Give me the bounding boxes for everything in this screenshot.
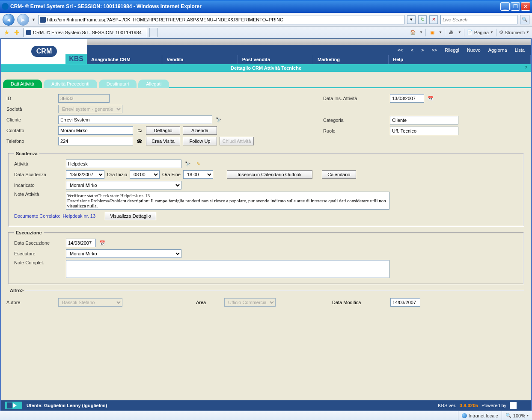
binoculars-icon[interactable]: 🔭 (215, 116, 223, 124)
data-esecuzione-field[interactable] (66, 239, 96, 247)
minimize-button[interactable]: _ (500, 2, 510, 11)
maximize-button[interactable]: ❐ (511, 2, 520, 11)
tab-page-icon (26, 30, 31, 35)
cliente-field[interactable] (58, 115, 212, 124)
go-button[interactable]: ↻ (418, 15, 427, 24)
tab-allegati[interactable]: Allegati (138, 80, 169, 88)
ora-fine-select[interactable]: 18:00 (183, 170, 213, 179)
follow-up-button[interactable]: Follow Up (183, 137, 217, 145)
note-attivita-textarea[interactable] (66, 192, 389, 210)
page-icon (40, 17, 46, 23)
menu-marketing[interactable]: Marketing (313, 55, 389, 64)
contatto-field[interactable] (58, 126, 133, 135)
nav-history-dropdown[interactable]: ▼ (32, 18, 36, 22)
azienda-button[interactable]: Azienda (183, 126, 217, 135)
back-button[interactable]: ◄ (3, 14, 15, 26)
label-ruolo: Ruolo (323, 128, 387, 133)
nav-forward[interactable]: > (421, 47, 424, 53)
nav-nuovo[interactable]: Nuovo (467, 47, 481, 53)
calendar-icon[interactable]: 📅 (98, 239, 106, 247)
menu-post-vendita[interactable]: Post vendita (238, 55, 313, 64)
doc-correlato-label: Documento Correlato: (14, 213, 60, 219)
page-menu[interactable]: 📄 Pagina▼ (467, 30, 493, 35)
doc-correlato-link[interactable]: Helpdesk nr. 13 (63, 213, 95, 219)
binoculars-icon[interactable]: 🔭 (184, 160, 192, 168)
nav-lista[interactable]: Lista (515, 47, 525, 53)
menu-anagrafiche[interactable]: Anagrafiche CRM (87, 55, 162, 64)
nav-rileggi[interactable]: Rileggi (445, 47, 459, 53)
card-icon[interactable]: 🗂 (136, 127, 143, 134)
url-dropdown[interactable]: ▾ (407, 15, 416, 24)
label-telefono: Telefono (6, 139, 56, 144)
note-complet-textarea[interactable] (66, 260, 389, 278)
crea-visita-button[interactable]: Crea Visita (146, 137, 180, 145)
calendario-button[interactable]: Calendario (322, 170, 356, 179)
nav-forward-fast[interactable]: >> (431, 47, 437, 53)
label-note-attivita: Note Attività (14, 192, 63, 197)
tab-destinatari[interactable]: Destinatari (99, 80, 137, 88)
tab-title: CRM- © Errevi System Srl - SESSION: 1001… (33, 30, 142, 35)
close-button[interactable]: ✕ (521, 2, 530, 11)
ie-icon (2, 3, 9, 10)
data-ins-field[interactable] (390, 94, 424, 103)
print-icon[interactable]: 🖶 (448, 29, 455, 36)
ruolo-field[interactable] (390, 127, 458, 135)
exit-icon[interactable] (5, 402, 22, 409)
attivita-field[interactable] (66, 160, 181, 168)
menu-help[interactable]: Help (389, 55, 531, 64)
add-favorite-icon[interactable]: ✚ (13, 29, 21, 36)
phone-icon[interactable]: ☎ (136, 137, 143, 145)
kbs-version: 3.8.0205 (460, 403, 478, 408)
crm-footer-bar: Utente: Guglielmi Lenny (lguglielmi) KBS… (1, 400, 531, 411)
data-scadenza-select[interactable]: 13/03/2007 (66, 170, 104, 179)
nav-aggiorna[interactable]: Aggiorna (488, 47, 507, 53)
label-categoria: Categoria (323, 118, 387, 123)
help-icon[interactable]: ? (524, 65, 527, 70)
page-title: Dettaglio CRM Attività Tecniche (231, 65, 301, 71)
tab-attivita-precedenti[interactable]: Attività Precedenti (44, 80, 97, 88)
favorites-star-icon[interactable]: ★ (3, 29, 10, 36)
esecutore-select[interactable]: Morani Mirko (66, 249, 181, 258)
dettaglio-button[interactable]: Dettaglio (146, 126, 180, 135)
tools-menu[interactable]: ⚙ Strumenti▼ (499, 30, 529, 35)
new-tab-button[interactable] (149, 28, 158, 37)
errevi-logo (510, 402, 527, 409)
tab-row: Dati Attività Attività Precedenti Destin… (1, 80, 531, 88)
label-area: Area (196, 300, 222, 305)
window-titlebar: CRM- © Errevi System Srl - SESSION: 1001… (0, 0, 532, 13)
data-modifica-field[interactable] (390, 298, 420, 307)
browser-tab[interactable]: CRM- © Errevi System Srl - SESSION: 1001… (23, 28, 147, 37)
search-button[interactable]: 🔍 (520, 15, 529, 24)
url-input[interactable] (47, 17, 403, 22)
footer-user: Utente: Guglielmi Lenny (lguglielmi) (27, 403, 107, 408)
visualizza-dettaglio-button[interactable]: Visualizza Dettaglio (105, 212, 156, 220)
ie-nav-toolbar: ◄ ► ▼ ▾ ↻ ✕ 🔍 (0, 13, 532, 27)
search-box (440, 15, 517, 24)
label-id: ID (6, 96, 56, 101)
svg-rect-0 (7, 402, 12, 408)
label-data-esecuzione: Data Esecuzione (14, 240, 63, 245)
forward-button[interactable]: ► (17, 14, 29, 26)
zoom-control[interactable]: 🔍100% ▾ (502, 411, 532, 420)
stop-button[interactable]: ✕ (429, 15, 438, 24)
label-data-scadenza: Data Scadenza (14, 172, 63, 177)
telefono-field[interactable] (58, 137, 133, 145)
nav-back[interactable]: < (411, 47, 413, 53)
feeds-icon[interactable]: ▣ (428, 29, 436, 36)
calendar-icon[interactable]: 📅 (427, 95, 434, 102)
categoria-field[interactable] (390, 116, 458, 124)
incaricato-select[interactable]: Morani Mirko (66, 181, 181, 189)
home-icon[interactable]: 🏠 (409, 29, 417, 36)
inserisci-calendario-button[interactable]: Inserisci in Calendario Outlook (227, 170, 312, 179)
menu-vendita[interactable]: Vendita (162, 55, 238, 64)
edit-pencil-icon[interactable]: ✎ (194, 160, 202, 168)
crm-menubar: Anagrafiche CRM Vendita Post vendita Mar… (87, 55, 531, 64)
ora-inizio-select[interactable]: 08:00 (130, 170, 160, 179)
kbs-ver-label: KBS ver. (438, 403, 456, 408)
tab-dati-attivita[interactable]: Dati Attività (3, 80, 42, 88)
altro-legend[interactable]: Altro> (8, 288, 25, 293)
label-esecutore: Esecutore (14, 251, 63, 256)
altro-fieldset: Altro> (8, 288, 524, 293)
search-input[interactable] (443, 17, 515, 22)
nav-back-fast[interactable]: << (398, 47, 403, 53)
